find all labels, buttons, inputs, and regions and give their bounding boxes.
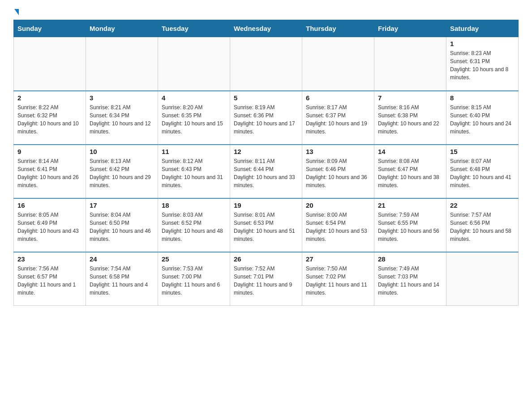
day-number: 12 xyxy=(234,148,298,155)
calendar-week-row: 2Sunrise: 8:22 AM Sunset: 6:32 PM Daylig… xyxy=(14,91,519,145)
day-info: Sunrise: 8:08 AM Sunset: 6:47 PM Dayligh… xyxy=(378,157,442,189)
calendar-cell: 2Sunrise: 8:22 AM Sunset: 6:32 PM Daylig… xyxy=(14,91,86,145)
calendar-cell: 19Sunrise: 8:01 AM Sunset: 6:53 PM Dayli… xyxy=(230,198,302,252)
day-number: 28 xyxy=(378,255,442,263)
calendar-cell: 13Sunrise: 8:09 AM Sunset: 6:46 PM Dayli… xyxy=(302,145,374,198)
calendar-cell: 23Sunrise: 7:56 AM Sunset: 6:57 PM Dayli… xyxy=(14,252,86,306)
calendar-cell xyxy=(374,37,446,91)
calendar-cell: 1Sunrise: 8:23 AM Sunset: 6:31 PM Daylig… xyxy=(446,37,519,91)
calendar-cell: 16Sunrise: 8:05 AM Sunset: 6:49 PM Dayli… xyxy=(14,198,86,252)
day-number: 9 xyxy=(17,148,82,155)
day-info: Sunrise: 8:09 AM Sunset: 6:46 PM Dayligh… xyxy=(306,157,370,189)
weekday-header-row: SundayMondayTuesdayWednesdayThursdayFrid… xyxy=(14,20,519,37)
day-number: 4 xyxy=(162,94,226,102)
page-header xyxy=(13,9,519,15)
day-info: Sunrise: 7:59 AM Sunset: 6:55 PM Dayligh… xyxy=(378,211,442,243)
weekday-header-thursday: Thursday xyxy=(302,20,374,37)
logo-triangle-icon xyxy=(14,9,19,15)
day-number: 7 xyxy=(378,94,442,102)
day-number: 23 xyxy=(17,255,82,263)
day-info: Sunrise: 7:53 AM Sunset: 7:00 PM Dayligh… xyxy=(162,265,226,297)
calendar-cell: 7Sunrise: 8:16 AM Sunset: 6:38 PM Daylig… xyxy=(374,91,446,145)
day-number: 11 xyxy=(162,148,226,155)
day-info: Sunrise: 8:07 AM Sunset: 6:48 PM Dayligh… xyxy=(450,157,515,189)
day-info: Sunrise: 8:05 AM Sunset: 6:49 PM Dayligh… xyxy=(17,211,82,243)
day-number: 1 xyxy=(450,40,515,47)
day-info: Sunrise: 8:19 AM Sunset: 6:36 PM Dayligh… xyxy=(234,103,298,136)
calendar-cell: 25Sunrise: 7:53 AM Sunset: 7:00 PM Dayli… xyxy=(158,252,230,306)
day-info: Sunrise: 8:00 AM Sunset: 6:54 PM Dayligh… xyxy=(306,211,370,243)
calendar-cell: 20Sunrise: 8:00 AM Sunset: 6:54 PM Dayli… xyxy=(302,198,374,252)
calendar-cell: 12Sunrise: 8:11 AM Sunset: 6:44 PM Dayli… xyxy=(230,145,302,198)
day-info: Sunrise: 8:13 AM Sunset: 6:42 PM Dayligh… xyxy=(90,157,154,189)
day-number: 20 xyxy=(306,201,370,209)
day-number: 16 xyxy=(17,201,82,209)
calendar-cell: 18Sunrise: 8:03 AM Sunset: 6:52 PM Dayli… xyxy=(158,198,230,252)
calendar-table: SundayMondayTuesdayWednesdayThursdayFrid… xyxy=(13,20,519,306)
day-number: 15 xyxy=(450,148,515,155)
calendar-cell: 21Sunrise: 7:59 AM Sunset: 6:55 PM Dayli… xyxy=(374,198,446,252)
calendar-cell: 26Sunrise: 7:52 AM Sunset: 7:01 PM Dayli… xyxy=(230,252,302,306)
day-info: Sunrise: 8:03 AM Sunset: 6:52 PM Dayligh… xyxy=(162,211,226,243)
weekday-header-tuesday: Tuesday xyxy=(158,20,230,37)
day-info: Sunrise: 7:49 AM Sunset: 7:03 PM Dayligh… xyxy=(378,265,442,297)
calendar-header: SundayMondayTuesdayWednesdayThursdayFrid… xyxy=(14,20,519,37)
calendar-cell: 24Sunrise: 7:54 AM Sunset: 6:58 PM Dayli… xyxy=(86,252,158,306)
day-number: 24 xyxy=(90,255,154,263)
calendar-cell: 28Sunrise: 7:49 AM Sunset: 7:03 PM Dayli… xyxy=(374,252,446,306)
calendar-cell: 4Sunrise: 8:20 AM Sunset: 6:35 PM Daylig… xyxy=(158,91,230,145)
day-info: Sunrise: 8:16 AM Sunset: 6:38 PM Dayligh… xyxy=(378,103,442,136)
day-info: Sunrise: 8:17 AM Sunset: 6:37 PM Dayligh… xyxy=(306,103,370,136)
day-info: Sunrise: 7:50 AM Sunset: 7:02 PM Dayligh… xyxy=(306,265,370,297)
calendar-cell: 17Sunrise: 8:04 AM Sunset: 6:50 PM Dayli… xyxy=(86,198,158,252)
weekday-header-sunday: Sunday xyxy=(14,20,86,37)
day-number: 3 xyxy=(90,94,154,102)
calendar-cell xyxy=(446,252,519,306)
calendar-cell: 14Sunrise: 8:08 AM Sunset: 6:47 PM Dayli… xyxy=(374,145,446,198)
calendar-cell xyxy=(86,37,158,91)
day-number: 18 xyxy=(162,201,226,209)
day-number: 22 xyxy=(450,201,515,209)
day-info: Sunrise: 8:21 AM Sunset: 6:34 PM Dayligh… xyxy=(90,103,154,136)
calendar-cell: 22Sunrise: 7:57 AM Sunset: 6:56 PM Dayli… xyxy=(446,198,519,252)
day-info: Sunrise: 7:52 AM Sunset: 7:01 PM Dayligh… xyxy=(234,265,298,297)
day-number: 14 xyxy=(378,148,442,155)
calendar-cell xyxy=(14,37,86,91)
calendar-week-row: 16Sunrise: 8:05 AM Sunset: 6:49 PM Dayli… xyxy=(14,198,519,252)
calendar-cell: 8Sunrise: 8:15 AM Sunset: 6:40 PM Daylig… xyxy=(446,91,519,145)
day-info: Sunrise: 8:04 AM Sunset: 6:50 PM Dayligh… xyxy=(90,211,154,243)
day-info: Sunrise: 8:15 AM Sunset: 6:40 PM Dayligh… xyxy=(450,103,515,136)
calendar-cell: 9Sunrise: 8:14 AM Sunset: 6:41 PM Daylig… xyxy=(14,145,86,198)
day-number: 10 xyxy=(90,148,154,155)
day-number: 25 xyxy=(162,255,226,263)
calendar-cell: 15Sunrise: 8:07 AM Sunset: 6:48 PM Dayli… xyxy=(446,145,519,198)
calendar-week-row: 1Sunrise: 8:23 AM Sunset: 6:31 PM Daylig… xyxy=(14,37,519,91)
day-info: Sunrise: 8:14 AM Sunset: 6:41 PM Dayligh… xyxy=(17,157,82,189)
day-info: Sunrise: 7:54 AM Sunset: 6:58 PM Dayligh… xyxy=(90,265,154,297)
day-number: 26 xyxy=(234,255,298,263)
day-number: 17 xyxy=(90,201,154,209)
day-info: Sunrise: 7:56 AM Sunset: 6:57 PM Dayligh… xyxy=(17,265,82,297)
day-info: Sunrise: 7:57 AM Sunset: 6:56 PM Dayligh… xyxy=(450,211,515,243)
day-number: 13 xyxy=(306,148,370,155)
weekday-header-monday: Monday xyxy=(86,20,158,37)
day-info: Sunrise: 8:20 AM Sunset: 6:35 PM Dayligh… xyxy=(162,103,226,136)
day-number: 8 xyxy=(450,94,515,102)
day-info: Sunrise: 8:22 AM Sunset: 6:32 PM Dayligh… xyxy=(17,103,82,136)
day-number: 6 xyxy=(306,94,370,102)
day-info: Sunrise: 8:23 AM Sunset: 6:31 PM Dayligh… xyxy=(450,49,515,81)
day-info: Sunrise: 8:01 AM Sunset: 6:53 PM Dayligh… xyxy=(234,211,298,243)
day-number: 27 xyxy=(306,255,370,263)
day-number: 21 xyxy=(378,201,442,209)
weekday-header-wednesday: Wednesday xyxy=(230,20,302,37)
calendar-cell: 6Sunrise: 8:17 AM Sunset: 6:37 PM Daylig… xyxy=(302,91,374,145)
day-number: 2 xyxy=(17,94,82,102)
weekday-header-friday: Friday xyxy=(374,20,446,37)
day-number: 5 xyxy=(234,94,298,102)
calendar-cell: 5Sunrise: 8:19 AM Sunset: 6:36 PM Daylig… xyxy=(230,91,302,145)
calendar-cell xyxy=(302,37,374,91)
calendar-week-row: 23Sunrise: 7:56 AM Sunset: 6:57 PM Dayli… xyxy=(14,252,519,306)
calendar-cell: 11Sunrise: 8:12 AM Sunset: 6:43 PM Dayli… xyxy=(158,145,230,198)
weekday-header-saturday: Saturday xyxy=(446,20,519,37)
day-number: 19 xyxy=(234,201,298,209)
